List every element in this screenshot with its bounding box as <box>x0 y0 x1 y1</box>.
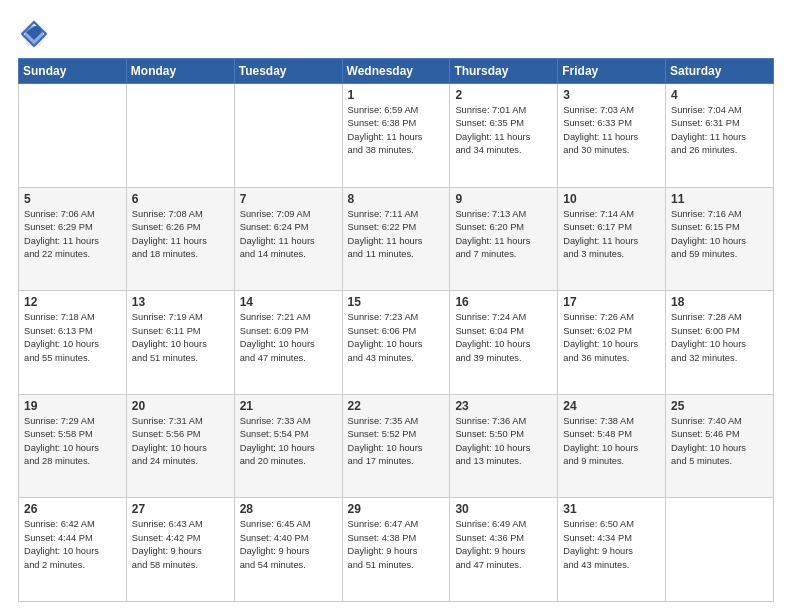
day-number: 30 <box>455 502 552 516</box>
calendar-cell: 15Sunrise: 7:23 AM Sunset: 6:06 PM Dayli… <box>342 291 450 395</box>
calendar-cell: 25Sunrise: 7:40 AM Sunset: 5:46 PM Dayli… <box>666 394 774 498</box>
day-info: Sunrise: 7:06 AM Sunset: 6:29 PM Dayligh… <box>24 208 121 262</box>
day-number: 29 <box>348 502 445 516</box>
calendar-cell: 16Sunrise: 7:24 AM Sunset: 6:04 PM Dayli… <box>450 291 558 395</box>
calendar-cell: 18Sunrise: 7:28 AM Sunset: 6:00 PM Dayli… <box>666 291 774 395</box>
day-info: Sunrise: 6:42 AM Sunset: 4:44 PM Dayligh… <box>24 518 121 572</box>
calendar-cell: 30Sunrise: 6:49 AM Sunset: 4:36 PM Dayli… <box>450 498 558 602</box>
day-number: 19 <box>24 399 121 413</box>
day-info: Sunrise: 6:45 AM Sunset: 4:40 PM Dayligh… <box>240 518 337 572</box>
calendar-cell: 29Sunrise: 6:47 AM Sunset: 4:38 PM Dayli… <box>342 498 450 602</box>
day-info: Sunrise: 7:31 AM Sunset: 5:56 PM Dayligh… <box>132 415 229 469</box>
day-number: 22 <box>348 399 445 413</box>
day-info: Sunrise: 6:50 AM Sunset: 4:34 PM Dayligh… <box>563 518 660 572</box>
day-info: Sunrise: 7:01 AM Sunset: 6:35 PM Dayligh… <box>455 104 552 158</box>
day-info: Sunrise: 7:08 AM Sunset: 6:26 PM Dayligh… <box>132 208 229 262</box>
day-info: Sunrise: 6:59 AM Sunset: 6:38 PM Dayligh… <box>348 104 445 158</box>
calendar-cell: 13Sunrise: 7:19 AM Sunset: 6:11 PM Dayli… <box>126 291 234 395</box>
day-number: 7 <box>240 192 337 206</box>
day-number: 11 <box>671 192 768 206</box>
day-number: 15 <box>348 295 445 309</box>
calendar-cell: 26Sunrise: 6:42 AM Sunset: 4:44 PM Dayli… <box>19 498 127 602</box>
day-info: Sunrise: 7:18 AM Sunset: 6:13 PM Dayligh… <box>24 311 121 365</box>
calendar-cell: 23Sunrise: 7:36 AM Sunset: 5:50 PM Dayli… <box>450 394 558 498</box>
week-row-4: 19Sunrise: 7:29 AM Sunset: 5:58 PM Dayli… <box>19 394 774 498</box>
day-info: Sunrise: 6:49 AM Sunset: 4:36 PM Dayligh… <box>455 518 552 572</box>
calendar-cell: 4Sunrise: 7:04 AM Sunset: 6:31 PM Daylig… <box>666 84 774 188</box>
day-number: 8 <box>348 192 445 206</box>
day-number: 5 <box>24 192 121 206</box>
calendar-cell: 28Sunrise: 6:45 AM Sunset: 4:40 PM Dayli… <box>234 498 342 602</box>
day-number: 28 <box>240 502 337 516</box>
day-info: Sunrise: 7:13 AM Sunset: 6:20 PM Dayligh… <box>455 208 552 262</box>
calendar-cell: 6Sunrise: 7:08 AM Sunset: 6:26 PM Daylig… <box>126 187 234 291</box>
calendar-cell: 14Sunrise: 7:21 AM Sunset: 6:09 PM Dayli… <box>234 291 342 395</box>
page: SundayMondayTuesdayWednesdayThursdayFrid… <box>0 0 792 612</box>
day-info: Sunrise: 7:19 AM Sunset: 6:11 PM Dayligh… <box>132 311 229 365</box>
calendar-cell: 1Sunrise: 6:59 AM Sunset: 6:38 PM Daylig… <box>342 84 450 188</box>
day-info: Sunrise: 7:24 AM Sunset: 6:04 PM Dayligh… <box>455 311 552 365</box>
week-row-1: 1Sunrise: 6:59 AM Sunset: 6:38 PM Daylig… <box>19 84 774 188</box>
weekday-header-monday: Monday <box>126 59 234 84</box>
day-number: 18 <box>671 295 768 309</box>
calendar-cell: 11Sunrise: 7:16 AM Sunset: 6:15 PM Dayli… <box>666 187 774 291</box>
calendar-cell: 3Sunrise: 7:03 AM Sunset: 6:33 PM Daylig… <box>558 84 666 188</box>
day-info: Sunrise: 7:38 AM Sunset: 5:48 PM Dayligh… <box>563 415 660 469</box>
day-number: 13 <box>132 295 229 309</box>
day-info: Sunrise: 7:09 AM Sunset: 6:24 PM Dayligh… <box>240 208 337 262</box>
calendar-cell: 10Sunrise: 7:14 AM Sunset: 6:17 PM Dayli… <box>558 187 666 291</box>
day-info: Sunrise: 7:28 AM Sunset: 6:00 PM Dayligh… <box>671 311 768 365</box>
day-number: 26 <box>24 502 121 516</box>
weekday-row: SundayMondayTuesdayWednesdayThursdayFrid… <box>19 59 774 84</box>
calendar-cell: 8Sunrise: 7:11 AM Sunset: 6:22 PM Daylig… <box>342 187 450 291</box>
week-row-2: 5Sunrise: 7:06 AM Sunset: 6:29 PM Daylig… <box>19 187 774 291</box>
week-row-3: 12Sunrise: 7:18 AM Sunset: 6:13 PM Dayli… <box>19 291 774 395</box>
header <box>18 18 774 50</box>
calendar-table: SundayMondayTuesdayWednesdayThursdayFrid… <box>18 58 774 602</box>
logo-icon <box>18 18 50 50</box>
day-number: 6 <box>132 192 229 206</box>
day-number: 25 <box>671 399 768 413</box>
calendar-cell <box>666 498 774 602</box>
day-number: 14 <box>240 295 337 309</box>
day-info: Sunrise: 7:29 AM Sunset: 5:58 PM Dayligh… <box>24 415 121 469</box>
day-info: Sunrise: 7:36 AM Sunset: 5:50 PM Dayligh… <box>455 415 552 469</box>
calendar-body: 1Sunrise: 6:59 AM Sunset: 6:38 PM Daylig… <box>19 84 774 602</box>
calendar-cell <box>19 84 127 188</box>
calendar-cell: 5Sunrise: 7:06 AM Sunset: 6:29 PM Daylig… <box>19 187 127 291</box>
day-info: Sunrise: 7:33 AM Sunset: 5:54 PM Dayligh… <box>240 415 337 469</box>
day-number: 1 <box>348 88 445 102</box>
day-info: Sunrise: 7:11 AM Sunset: 6:22 PM Dayligh… <box>348 208 445 262</box>
day-number: 31 <box>563 502 660 516</box>
weekday-header-friday: Friday <box>558 59 666 84</box>
weekday-header-tuesday: Tuesday <box>234 59 342 84</box>
day-number: 9 <box>455 192 552 206</box>
calendar-cell: 24Sunrise: 7:38 AM Sunset: 5:48 PM Dayli… <box>558 394 666 498</box>
day-number: 12 <box>24 295 121 309</box>
day-info: Sunrise: 7:16 AM Sunset: 6:15 PM Dayligh… <box>671 208 768 262</box>
day-info: Sunrise: 7:04 AM Sunset: 6:31 PM Dayligh… <box>671 104 768 158</box>
day-info: Sunrise: 6:43 AM Sunset: 4:42 PM Dayligh… <box>132 518 229 572</box>
calendar-cell <box>234 84 342 188</box>
day-info: Sunrise: 7:35 AM Sunset: 5:52 PM Dayligh… <box>348 415 445 469</box>
weekday-header-saturday: Saturday <box>666 59 774 84</box>
day-info: Sunrise: 7:21 AM Sunset: 6:09 PM Dayligh… <box>240 311 337 365</box>
day-info: Sunrise: 7:23 AM Sunset: 6:06 PM Dayligh… <box>348 311 445 365</box>
calendar-cell: 22Sunrise: 7:35 AM Sunset: 5:52 PM Dayli… <box>342 394 450 498</box>
calendar-cell: 9Sunrise: 7:13 AM Sunset: 6:20 PM Daylig… <box>450 187 558 291</box>
day-info: Sunrise: 7:40 AM Sunset: 5:46 PM Dayligh… <box>671 415 768 469</box>
day-info: Sunrise: 7:03 AM Sunset: 6:33 PM Dayligh… <box>563 104 660 158</box>
calendar-cell: 7Sunrise: 7:09 AM Sunset: 6:24 PM Daylig… <box>234 187 342 291</box>
day-number: 2 <box>455 88 552 102</box>
day-info: Sunrise: 7:26 AM Sunset: 6:02 PM Dayligh… <box>563 311 660 365</box>
day-info: Sunrise: 7:14 AM Sunset: 6:17 PM Dayligh… <box>563 208 660 262</box>
weekday-header-wednesday: Wednesday <box>342 59 450 84</box>
day-number: 20 <box>132 399 229 413</box>
calendar-cell: 27Sunrise: 6:43 AM Sunset: 4:42 PM Dayli… <box>126 498 234 602</box>
day-number: 3 <box>563 88 660 102</box>
calendar-cell: 19Sunrise: 7:29 AM Sunset: 5:58 PM Dayli… <box>19 394 127 498</box>
calendar-cell: 2Sunrise: 7:01 AM Sunset: 6:35 PM Daylig… <box>450 84 558 188</box>
calendar-cell: 12Sunrise: 7:18 AM Sunset: 6:13 PM Dayli… <box>19 291 127 395</box>
day-number: 27 <box>132 502 229 516</box>
calendar-header: SundayMondayTuesdayWednesdayThursdayFrid… <box>19 59 774 84</box>
